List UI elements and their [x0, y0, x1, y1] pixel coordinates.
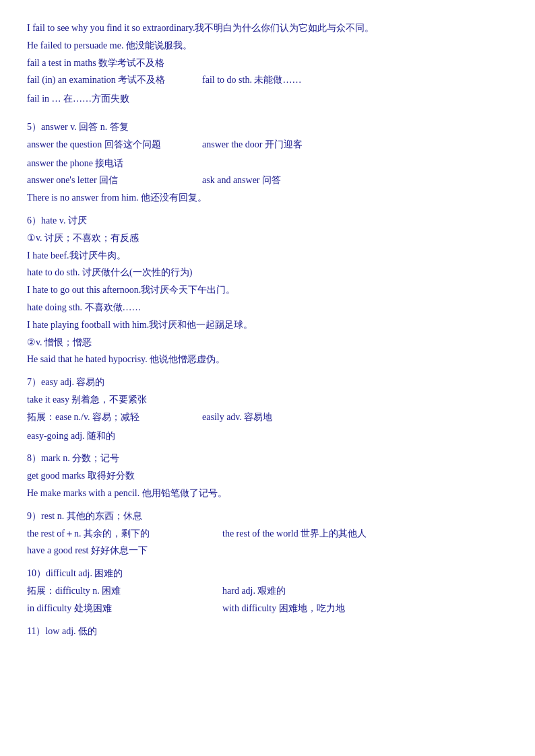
expand-ease: 拓展：ease n./v. 容易；减轻 [27, 409, 202, 425]
answer-phrase-3: answer the phone 接电话 [27, 156, 202, 172]
fail-phrases-row: fail (in) an examination 考试不及格 fail to d… [27, 72, 508, 107]
intro-line-2: He failed to persuade me. 他没能说服我。 [27, 38, 508, 54]
section-6-line3: I hate to go out this afternoon.我讨厌今天下午出… [27, 282, 508, 298]
section-5-phrases-2: answer one's letter 回信 ask and answer 问答 [27, 172, 508, 188]
section-5-line3: There is no answer from him. 他还没有回复。 [27, 190, 508, 206]
section-11-header: 11）low adj. 低的 [27, 623, 508, 640]
expand-easygoing: easy-going adj. 随和的 [27, 428, 202, 444]
fail-phrase-2: fail to do sth. 未能做…… [202, 72, 377, 88]
section-8-line1: get good marks 取得好分数 [27, 468, 508, 484]
difficulty-phrase-2: with difficulty 困难地，吃力地 [222, 600, 398, 617]
section-8: 8）mark n. 分数；记号 get good marks 取得好分数 He … [27, 450, 508, 501]
expand-easily: easily adv. 容易地 [202, 409, 377, 425]
section-9: 9）rest n. 其他的东西；休息 the rest of＋n. 其余的，剩下… [27, 508, 508, 559]
section-7-expand: 拓展：ease n./v. 容易；减轻 easily adv. 容易地 easy… [27, 409, 508, 444]
section-7: 7）easy adj. 容易的 take it easy 别着急，不要紧张 拓展… [27, 374, 508, 444]
answer-phrase-2: answer the door 开门迎客 [202, 137, 377, 153]
section-6-line5: I hate playing football with him.我讨厌和他一起… [27, 317, 508, 333]
answer-phrase-4: answer one's letter 回信 [27, 172, 202, 188]
section-10-phrases: in difficulty 处境困难 with difficulty 困难地，吃… [27, 600, 508, 617]
intro-line-3: fail a test in maths 数学考试不及格 [27, 55, 508, 71]
expand-difficulty: 拓展：difficulty n. 困难 [27, 583, 222, 599]
section-6-line6: He said that he hated hypocrisy. 他说他憎恶虚伪… [27, 351, 508, 368]
page-content: I fail to see why you find it so extraor… [27, 20, 508, 639]
rest-phrase-2: the rest of the world 世界上的其他人 [222, 526, 398, 542]
section-9-line2: have a good rest 好好休息一下 [27, 543, 508, 559]
fail-phrase-1: fail (in) an examination 考试不及格 [27, 72, 202, 88]
section-10-expand: 拓展：difficulty n. 困难 hard adj. 艰难的 [27, 583, 508, 599]
section-10-header: 10）difficult adj. 困难的 [27, 565, 508, 582]
fail-phrase-3: fail in … 在……方面失败 [27, 91, 202, 107]
section-8-header: 8）mark n. 分数；记号 [27, 450, 508, 467]
section-6-line2: hate to do sth. 讨厌做什么(一次性的行为) [27, 265, 508, 281]
section-9-phrases: the rest of＋n. 其余的，剩下的 the rest of the w… [27, 526, 508, 542]
expand-hard: hard adj. 艰难的 [222, 583, 398, 599]
section-6-header: 6）hate v. 讨厌 [27, 213, 508, 229]
intro-section: I fail to see why you find it so extraor… [27, 20, 508, 107]
difficulty-phrase-1: in difficulty 处境困难 [27, 600, 222, 617]
section-7-line1: take it easy 别着急，不要紧张 [27, 392, 508, 408]
section-6: 6）hate v. 讨厌 ①v. 讨厌；不喜欢；有反感 I hate beef.… [27, 213, 508, 368]
section-5: 5）answer v. 回答 n. 答复 answer the question… [27, 119, 508, 206]
section-6-line4: hate doing sth. 不喜欢做…… [27, 300, 508, 316]
section-6-sub2: ②v. 憎恨；憎恶 [27, 335, 508, 351]
rest-phrase-1: the rest of＋n. 其余的，剩下的 [27, 526, 222, 542]
intro-line-1: I fail to see why you find it so extraor… [27, 20, 508, 36]
section-6-sub1: ①v. 讨厌；不喜欢；有反感 [27, 230, 508, 246]
section-8-line2: He make marks with a pencil. 他用铅笔做了记号。 [27, 485, 508, 502]
section-5-phrases-1: answer the question 回答这个问题 answer the do… [27, 137, 508, 172]
section-9-header: 9）rest n. 其他的东西；休息 [27, 508, 508, 524]
section-6-line1: I hate beef.我讨厌牛肉。 [27, 248, 508, 264]
answer-phrase-5: ask and answer 问答 [202, 172, 377, 188]
section-10: 10）difficult adj. 困难的 拓展：difficulty n. 困… [27, 565, 508, 616]
section-7-header: 7）easy adj. 容易的 [27, 374, 508, 390]
section-11: 11）low adj. 低的 [27, 623, 508, 640]
section-5-header: 5）answer v. 回答 n. 答复 [27, 119, 508, 135]
answer-phrase-1: answer the question 回答这个问题 [27, 137, 202, 153]
